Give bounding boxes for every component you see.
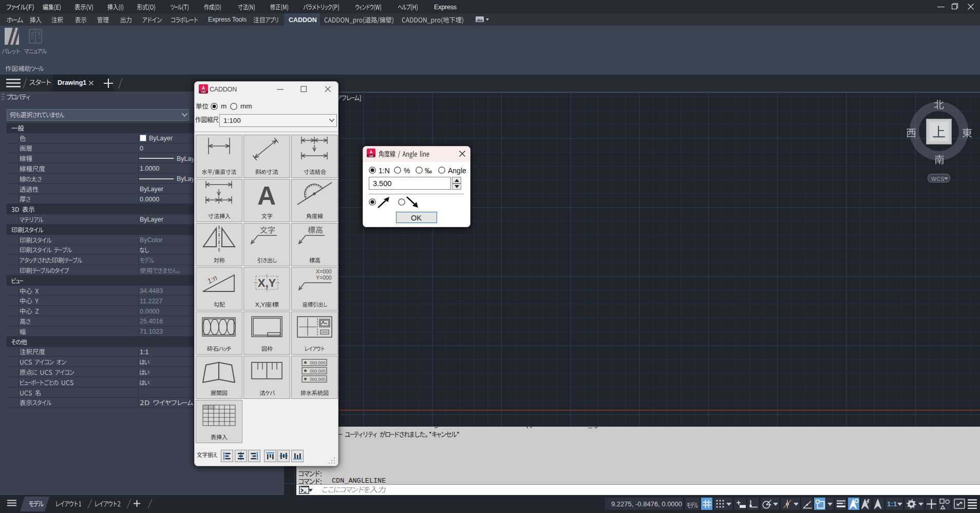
svg-text:000.000: 000.000 — [310, 360, 326, 365]
svg-text:CAD: CAD — [369, 155, 373, 157]
svg-text:CAD: CAD — [201, 90, 206, 93]
svg-text:000.000: 000.000 — [310, 369, 326, 374]
svg-text:1:n: 1:n — [206, 273, 219, 285]
svg-text:X=000: X=000 — [316, 268, 332, 274]
svg-text:X,Y: X,Y — [258, 277, 276, 289]
svg-text:A: A — [257, 181, 276, 210]
svg-text:Y=000: Y=000 — [316, 274, 332, 281]
svg-text:000.000: 000.000 — [310, 377, 326, 382]
